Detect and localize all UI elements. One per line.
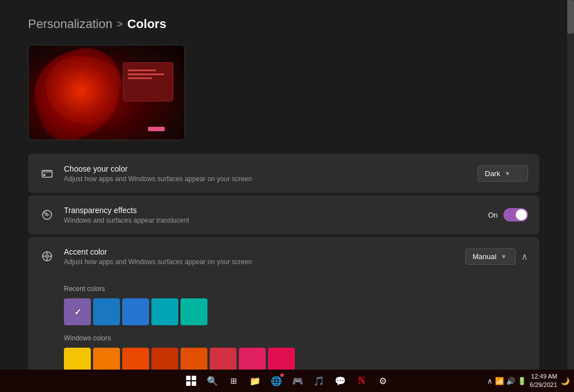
breadcrumb: Personalization > Colors (28, 17, 539, 31)
win-swatch-0-3[interactable] (151, 348, 178, 370)
spotify-button[interactable]: 🎵 (310, 372, 328, 390)
recent-swatch-4[interactable] (180, 298, 207, 325)
battery-icon[interactable]: 🔋 (517, 377, 526, 385)
windows-colors-row-1 (64, 348, 528, 370)
svg-point-4 (44, 212, 47, 214)
taskbar: 🔍 ⊞ 📁 🌐 🎮 🎵 💬 N ⚙ (0, 370, 574, 392)
preview-image (28, 45, 185, 140)
win-swatch-0-7[interactable] (268, 348, 295, 370)
breadcrumb-current: Colors (127, 17, 166, 31)
task-view-button[interactable]: ⊞ (225, 372, 243, 390)
win-swatch-0-1[interactable] (93, 348, 120, 370)
accent-dropdown-arrow-icon: ▼ (501, 253, 507, 260)
transparency-row: Transparency effects Windows and surface… (28, 195, 539, 234)
transparency-icon (39, 207, 55, 223)
dropdown-arrow-icon: ▼ (504, 170, 510, 177)
choose-color-dropdown[interactable]: Dark ▼ (478, 165, 528, 182)
system-tray: ∧ 📶 🔊 🔋 (487, 377, 526, 385)
win-swatch-0-0[interactable] (64, 348, 91, 370)
choose-color-subtitle: Adjust how apps and Windows surfaces app… (64, 175, 252, 183)
settings-taskbar-icon: ⚙ (379, 376, 387, 386)
color-icon (39, 165, 55, 181)
svg-point-2 (43, 174, 45, 176)
accent-expanded-section: Recent colors Windows colors (28, 276, 539, 370)
accent-icon (39, 248, 55, 264)
accent-title: Accent color (64, 247, 252, 256)
task-view-icon: ⊞ (230, 376, 237, 385)
win-swatch-0-4[interactable] (180, 348, 207, 370)
netflix-icon: N (358, 375, 365, 387)
taskbar-right: ∧ 📶 🔊 🔋 12:49 AM 6/29/2021 🌙 (487, 372, 570, 390)
svg-rect-1 (42, 170, 52, 173)
transparency-toggle[interactable] (503, 208, 528, 222)
clock-date: 6/29/2021 (530, 381, 557, 389)
time-date-block[interactable]: 12:49 AM 6/29/2021 (530, 372, 557, 390)
toggle-knob (516, 209, 527, 220)
transparency-subtitle: Windows and surfaces appear translucent (64, 216, 189, 224)
search-icon: 🔍 (207, 376, 218, 386)
accent-color-row: Accent color Adjust how apps and Windows… (28, 237, 539, 276)
recent-swatch-3[interactable] (151, 298, 178, 325)
windows-logo-icon (186, 376, 196, 386)
breadcrumb-separator: > (117, 19, 123, 30)
whatsapp-button[interactable]: 💬 (331, 372, 349, 390)
whatsapp-icon: 💬 (335, 376, 346, 386)
netflix-button[interactable]: N (353, 372, 371, 390)
svg-point-6 (45, 254, 49, 259)
windows-colors-label: Windows colors (64, 334, 528, 342)
volume-icon[interactable]: 🔊 (506, 377, 515, 385)
scrollbar-track (567, 0, 574, 370)
start-button[interactable] (182, 372, 200, 390)
win-swatch-0-5[interactable] (210, 348, 237, 370)
accent-collapse-icon[interactable]: ∧ (521, 251, 528, 262)
steam-icon: 🎮 (292, 376, 303, 386)
recent-swatch-1[interactable] (93, 298, 120, 325)
main-content: Personalization > Colors (0, 0, 567, 370)
breadcrumb-parent[interactable]: Personalization (28, 17, 112, 31)
tray-chevron-icon[interactable]: ∧ (487, 377, 493, 385)
scrollbar-thumb[interactable] (567, 0, 574, 34)
wifi-icon[interactable]: 📶 (495, 377, 504, 385)
toggle-label: On (488, 211, 498, 219)
edge-notification-dot (280, 373, 284, 377)
steam-button[interactable]: 🎮 (289, 372, 307, 390)
settings-taskbar-button[interactable]: ⚙ (374, 372, 392, 390)
transparency-title: Transparency effects (64, 206, 189, 215)
file-explorer-icon: 📁 (249, 376, 261, 386)
notification-icon[interactable]: 🌙 (561, 377, 570, 385)
recent-swatch-2[interactable] (122, 298, 149, 325)
recent-colors-label: Recent colors (64, 285, 528, 293)
win-swatch-0-2[interactable] (122, 348, 149, 370)
recent-swatch-0[interactable] (64, 298, 91, 325)
win-swatch-0-6[interactable] (239, 348, 266, 370)
accent-subtitle: Adjust how apps and Windows surfaces app… (64, 258, 252, 266)
edge-button[interactable]: 🌐 (267, 372, 285, 390)
file-explorer-button[interactable]: 📁 (246, 372, 264, 390)
clock-time: 12:49 AM (530, 372, 557, 381)
spotify-icon: 🎵 (313, 376, 325, 386)
taskbar-center: 🔍 ⊞ 📁 🌐 🎮 🎵 💬 N ⚙ (182, 372, 392, 390)
search-button[interactable]: 🔍 (203, 372, 221, 390)
choose-color-row: Choose your color Adjust how apps and Wi… (28, 154, 539, 193)
accent-color-dropdown[interactable]: Manual ▼ (465, 248, 516, 265)
choose-color-title: Choose your color (64, 164, 252, 173)
recent-color-swatches (64, 298, 528, 325)
